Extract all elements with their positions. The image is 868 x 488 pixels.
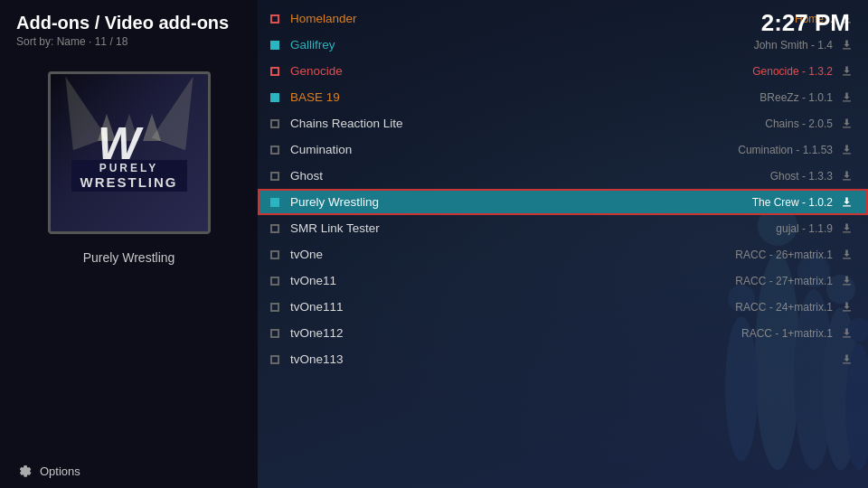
item-name: tvOne — [290, 248, 735, 261]
item-name: Ghost — [290, 169, 770, 183]
item-meta: Genocide - 1.3.2 — [752, 65, 833, 78]
right-panel: 2:27 PM HomelanderHome...GallifreyJohn S… — [258, 0, 868, 488]
item-meta: RACC - 27+matrix.1 — [735, 275, 833, 287]
download-icon — [840, 248, 854, 261]
item-bullet — [270, 198, 279, 207]
addon-list: HomelanderHome...GallifreyJohn Smith - 1… — [258, 0, 868, 372]
item-bullet — [270, 14, 279, 23]
wrestling-label: WRESTLING — [80, 174, 178, 190]
item-name: tvOne111 — [290, 300, 735, 314]
options-button[interactable]: Options — [16, 463, 80, 479]
item-meta: The Crew - 1.0.2 — [752, 196, 833, 209]
sort-info: Sort by: Name · 11 / 18 — [16, 35, 241, 48]
item-bullet — [270, 277, 279, 286]
list-item-chains[interactable]: Chains Reaction LiteChains - 2.0.5 — [258, 110, 868, 136]
addon-name: Purely Wrestling — [0, 243, 258, 272]
item-name: Cumination — [290, 143, 738, 156]
item-bullet — [270, 119, 279, 128]
item-meta: RACC - 26+matrix.1 — [735, 249, 833, 261]
item-bullet — [270, 329, 279, 338]
svg-text:W: W — [98, 118, 144, 164]
item-bullet — [270, 250, 279, 259]
item-bullet — [270, 172, 279, 181]
download-icon — [840, 38, 854, 52]
list-item-cumination[interactable]: CuminationCumination - 1.1.53 — [258, 136, 868, 163]
list-item-tvone[interactable]: tvOneRACC - 26+matrix.1 — [258, 241, 868, 267]
item-meta: RACC - 1+matrix.1 — [741, 327, 833, 340]
item-name: tvOne112 — [290, 326, 741, 340]
header: Add-ons / Video add-ons Sort by: Name · … — [0, 0, 258, 53]
item-name: Chains Reaction Lite — [290, 117, 765, 130]
item-bullet — [270, 224, 279, 233]
list-item-tvone11[interactable]: tvOne11RACC - 27+matrix.1 — [258, 267, 868, 294]
item-name: Genocide — [290, 64, 752, 78]
item-name: BASE 19 — [290, 90, 760, 104]
item-bullet — [270, 41, 279, 50]
download-icon — [840, 221, 854, 235]
item-name: Purely Wrestling — [290, 195, 752, 209]
list-item-purely-wrestling[interactable]: Purely WrestlingThe Crew - 1.0.2 — [258, 189, 868, 215]
purely-label: PURELY — [80, 162, 178, 174]
list-item-genocide[interactable]: GenocideGenocide - 1.3.2 — [258, 58, 868, 84]
item-bullet — [270, 303, 279, 312]
item-meta: Chains - 2.0.5 — [765, 117, 833, 130]
list-item-ghost[interactable]: GhostGhost - 1.3.3 — [258, 163, 868, 189]
download-icon — [840, 90, 854, 104]
left-panel: Add-ons / Video add-ons Sort by: Name · … — [0, 0, 258, 488]
item-bullet — [270, 67, 279, 76]
list-item-smr-link-tester[interactable]: SMR Link Testergujal - 1.1.9 — [258, 215, 868, 241]
list-item-base19[interactable]: BASE 19BReeZz - 1.0.1 — [258, 84, 868, 110]
item-name: Gallifrey — [290, 38, 754, 52]
download-icon — [840, 195, 854, 209]
item-bullet — [270, 93, 279, 102]
item-meta: BReeZz - 1.0.1 — [760, 91, 833, 104]
download-icon — [840, 326, 854, 340]
download-icon — [840, 274, 854, 287]
options-label: Options — [40, 465, 80, 478]
item-bullet — [270, 355, 279, 364]
item-name: SMR Link Tester — [290, 221, 776, 235]
item-name: tvOne11 — [290, 274, 735, 287]
page-title: Add-ons / Video add-ons — [16, 13, 241, 33]
addon-image: W PURELY WRESTLING — [48, 71, 211, 234]
time-display: 2:27 PM — [761, 9, 850, 37]
item-meta: John Smith - 1.4 — [754, 39, 833, 52]
item-meta: Ghost - 1.3.3 — [770, 170, 833, 183]
item-bullet — [270, 145, 279, 155]
download-icon — [840, 64, 854, 78]
download-icon — [840, 352, 854, 366]
item-meta: gujal - 1.1.9 — [776, 222, 833, 235]
list-item-tvone112[interactable]: tvOne112RACC - 1+matrix.1 — [258, 320, 868, 346]
list-item-tvone111[interactable]: tvOne111RACC - 24+matrix.1 — [258, 294, 868, 320]
list-item-tvone113[interactable]: tvOne113 — [258, 346, 868, 372]
item-meta: RACC - 24+matrix.1 — [735, 301, 833, 314]
download-icon — [840, 117, 854, 130]
item-meta: Cumination - 1.1.53 — [738, 144, 833, 156]
item-name: tvOne113 — [290, 352, 833, 366]
download-icon — [840, 169, 854, 183]
download-icon — [840, 143, 854, 156]
gear-icon — [16, 463, 33, 479]
download-icon — [840, 300, 854, 314]
item-name: Homelander — [290, 12, 795, 25]
